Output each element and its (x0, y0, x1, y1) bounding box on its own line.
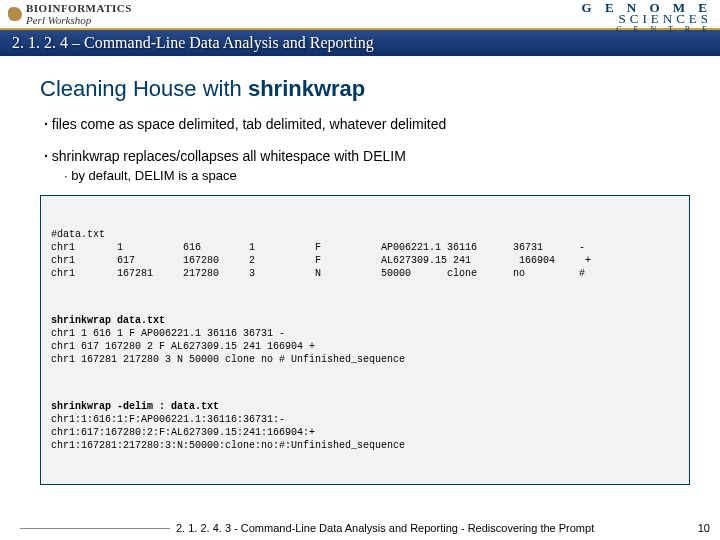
title-prefix: Cleaning House with (40, 76, 248, 101)
brand-right: G E N O M E SCIENCES C E N T R E (582, 2, 712, 35)
brand-bar: BIOINFORMATICS Perl Workshop G E N O M E… (0, 0, 720, 28)
code-block-2: shrinkwrap data.txt chr1 1 616 1 F AP006… (51, 314, 679, 366)
footer-text: 2. 1. 2. 4. 3 - Command-Line Data Analys… (176, 522, 680, 534)
bullet-2a: by default, DELIM is a space (64, 168, 690, 183)
bullet-2: shrinkwrap replaces/collapses all whites… (44, 148, 690, 164)
code-block-1: #data.txt chr1 1 616 1 F AP006221.1 3611… (51, 228, 679, 280)
code-block-3: shrinkwrap -delim : data.txt chr1:1:616:… (51, 400, 679, 452)
brand-bioinformatics: BIOINFORMATICS (26, 2, 132, 14)
title-keyword: shrinkwrap (248, 76, 365, 101)
slide-content: Cleaning House with shrinkwrap files com… (0, 56, 720, 485)
footer: 2. 1. 2. 4. 3 - Command-Line Data Analys… (0, 522, 720, 534)
brand-left: BIOINFORMATICS Perl Workshop (8, 2, 132, 26)
footer-rule (20, 528, 170, 529)
code-box: #data.txt chr1 1 616 1 F AP006221.1 3611… (40, 195, 690, 485)
brand-perl-workshop: Perl Workshop (26, 14, 91, 26)
page-number: 10 (680, 522, 720, 534)
camel-icon (8, 7, 22, 21)
brand-centre: C E N T R E (582, 24, 712, 35)
bullet-1: files come as space delimited, tab delim… (44, 116, 690, 132)
slide-title: Cleaning House with shrinkwrap (40, 76, 690, 102)
